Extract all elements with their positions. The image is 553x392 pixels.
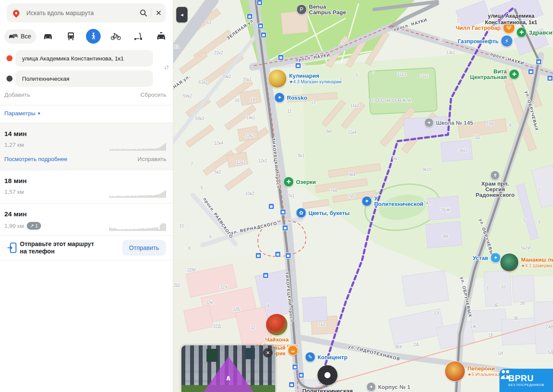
waypoint-to-field[interactable] [16, 70, 153, 87]
swap-waypoints-icon[interactable]: ↓↑ [164, 63, 168, 70]
poi-icon: ✝ [490, 171, 500, 180]
transit-stop-icon[interactable] [528, 69, 534, 75]
point-a-dot [6, 55, 13, 61]
route-option-1[interactable]: 14 мин1,27 кмПосмотреть подробнееИсправи… [0, 123, 173, 170]
tab-mode-taxi[interactable] [150, 29, 172, 44]
tab-mode-car[interactable] [37, 29, 59, 44]
map-poi[interactable]: Кулинария★4.3 Магазин кулинарии [268, 69, 341, 88]
map-poi[interactable]: Чайхона★5 Восточная кухня [256, 313, 299, 348]
transit-stop-icon[interactable] [547, 75, 553, 81]
map-canvas[interactable]: ЗЕЛЕНАЯ ул.ЗЕЛЕНАЯ ул.просп. НАУКИпросп.… [173, 0, 553, 392]
poi-icon: ✦ [366, 382, 376, 392]
panorama-thumbnail[interactable]: ∧ ✕ [181, 345, 275, 392]
search-input[interactable] [25, 9, 136, 17]
tab-mode-pedestrian-active[interactable] [86, 29, 101, 44]
transit-stop-icon[interactable] [263, 272, 269, 278]
map-poi[interactable]: Устав✦ [473, 253, 501, 263]
tab-mode-bike[interactable] [105, 29, 127, 44]
all-modes-icon [8, 33, 19, 40]
building-number: 14к1 [246, 115, 255, 120]
map-poi[interactable]: Газпромнефть⚡ [458, 35, 513, 47]
transit-stop-icon[interactable] [536, 59, 542, 65]
route-option-2[interactable]: 18 мин1,57 км [0, 170, 173, 203]
poi-label: Копицентр [318, 354, 347, 360]
transit-stop-icon[interactable] [255, 253, 261, 259]
params-dropdown[interactable]: Параметры ▼ [4, 110, 41, 117]
transit-stop-icon[interactable] [268, 203, 274, 209]
building-number: 59к2 [183, 94, 192, 98]
building-number: 3БО [459, 149, 467, 153]
building-number: 11к3 [350, 103, 359, 108]
street-label: ул. ОБРУЧЕВЫХ [460, 276, 473, 318]
route-time: 18 мин [4, 177, 27, 185]
poi-icon: ✦ [490, 253, 501, 263]
street-label: просп. НАУКИ [295, 52, 331, 63]
start-point-marker[interactable] [318, 365, 337, 385]
waypoint-from-field[interactable] [16, 50, 153, 66]
map-poi[interactable]: ✦Корпус № 1 [366, 382, 410, 392]
transit-stop-icon[interactable] [280, 209, 286, 215]
poi-icon: ✦ [362, 196, 372, 206]
panorama-chevron: ∧ [226, 373, 232, 383]
transit-stop-icon[interactable] [275, 251, 281, 257]
map-poi[interactable]: ✚Озерки [283, 177, 316, 187]
map-poi[interactable]: ВитаЦентральная✚ [470, 69, 519, 80]
street-label: ЗЕЛЕНАЯ ул. [226, 17, 255, 41]
transit-stop-icon[interactable] [289, 382, 295, 388]
map-poi[interactable]: ✦Rossko [274, 92, 307, 103]
transit-stop-icon[interactable] [295, 63, 301, 69]
map-poi[interactable]: PBenuaCampus Page [296, 4, 346, 15]
transit-stop-icon[interactable] [261, 32, 267, 38]
map-poi[interactable]: ✎Копицентр [305, 352, 347, 362]
transit-stop-icon[interactable] [278, 54, 284, 60]
search-icon[interactable] [136, 6, 151, 20]
street-label: просп. НАУКИ [393, 17, 428, 32]
building-number: 32Д [213, 324, 221, 329]
route-option-3[interactable]: 24 мин1,99 км↗ 1 [0, 203, 173, 236]
close-icon[interactable]: ✕ [151, 6, 166, 20]
panorama-close-icon[interactable]: ✕ [263, 348, 273, 357]
stairs-badge: ↗ 1 [27, 222, 41, 230]
transit-stop-icon[interactable] [298, 372, 304, 378]
map-poi[interactable]: ✿Цветы, букеты [296, 208, 350, 218]
tab-mode-all[interactable]: Все [4, 29, 36, 44]
waypoint-to-input[interactable] [21, 75, 148, 82]
route-fix-link[interactable]: Исправить [137, 156, 166, 162]
street-label: ТИХОРЕЦКИЙ просп. [271, 138, 281, 190]
search-along-route-bar[interactable]: ✕ [7, 3, 166, 22]
send-to-phone-section: Отправьте этот маршрутна телефон Отправи… [0, 235, 173, 260]
map-poi[interactable]: Манакиш пицца★4.1 Шаверма [500, 253, 553, 272]
map-poi[interactable]: ✦Школа № 145 [424, 118, 473, 127]
building-number: 24В [546, 325, 553, 329]
building-number: 4 [267, 303, 270, 308]
route-distance: 1,27 км [4, 142, 24, 148]
add-waypoint-link[interactable]: Добавить [4, 92, 30, 98]
send-button[interactable]: Отправить [122, 240, 166, 256]
building-number: 12к4 [214, 141, 223, 145]
transit-stop-icon[interactable] [247, 13, 253, 19]
building-number: 9к5 [326, 129, 333, 134]
building-number: 13 [311, 100, 315, 104]
poi-icon [500, 253, 519, 272]
map-poi[interactable]: ✦УПолитехнической [362, 196, 423, 207]
building-number: 3БК [394, 345, 402, 349]
watermark-subtitle: БЕЗ ПОСРЕДНИКОВ [508, 383, 544, 387]
tab-mode-transit[interactable] [60, 29, 82, 44]
building-number: 18 [250, 98, 255, 102]
tab-mode-scooter[interactable] [127, 29, 149, 44]
route-options-list: 14 мин1,27 кмПосмотреть подробнееИсправи… [0, 123, 173, 236]
collapse-panel-button[interactable]: ◂ [176, 7, 188, 22]
map-poi[interactable]: ✝Храм прп.СергияРадонежского [476, 171, 515, 198]
phone-send-icon [7, 242, 18, 256]
transit-stop-icon[interactable] [285, 253, 291, 259]
transit-stop-icon[interactable] [282, 225, 288, 231]
waypoint-from-input[interactable] [21, 55, 148, 62]
route-details-link[interactable]: Посмотреть подробнее [4, 156, 67, 162]
transit-stop-icon[interactable] [257, 0, 263, 6]
reset-route-link[interactable]: Сбросить [140, 92, 166, 98]
transit-stop-icon[interactable] [257, 23, 264, 29]
building-number: 11 [439, 38, 443, 43]
map-poi[interactable]: ✚Здравсити [516, 27, 553, 38]
poi-icon: ✎ [305, 352, 315, 362]
transit-stop-icon[interactable] [292, 364, 298, 370]
